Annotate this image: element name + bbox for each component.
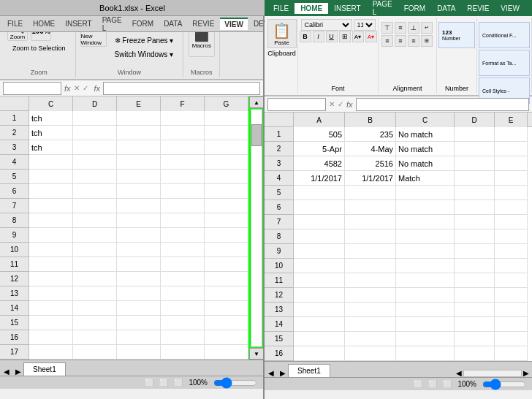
right-cell-b13[interactable]: [345, 303, 396, 317]
right-formula-input[interactable]: [356, 98, 529, 111]
cell-f2[interactable]: [161, 126, 205, 140]
cell-c1[interactable]: tch: [29, 111, 73, 126]
left-cell-d14[interactable]: [73, 301, 117, 316]
left-tab-home[interactable]: HOME: [28, 18, 59, 29]
right-cell-e8[interactable]: [495, 229, 528, 244]
cross-icon-right[interactable]: ✕: [329, 100, 335, 108]
cell-f1[interactable]: [161, 111, 205, 126]
right-cell-c4[interactable]: Match: [396, 171, 455, 186]
left-cell-g14[interactable]: [205, 301, 248, 316]
left-tab-data[interactable]: DATA: [159, 18, 186, 29]
right-col-header-d[interactable]: D: [455, 113, 495, 127]
align-right-button[interactable]: ≡: [408, 35, 419, 47]
cell-d1[interactable]: [73, 111, 117, 126]
col-header-c[interactable]: C: [29, 96, 73, 111]
align-left-button[interactable]: ≡: [381, 35, 393, 47]
left-cell-e7[interactable]: [117, 199, 161, 213]
left-cell-g17[interactable]: [205, 345, 248, 360]
right-cell-c10[interactable]: [396, 259, 455, 273]
left-cell-f8[interactable]: [161, 213, 205, 228]
check-icon-right[interactable]: ✓: [338, 100, 343, 108]
right-cell-d14[interactable]: [455, 317, 495, 332]
right-cell-c14[interactable]: [396, 317, 455, 332]
right-tab-home[interactable]: HOME: [294, 3, 328, 14]
font-size-select[interactable]: 11: [354, 19, 376, 31]
right-cell-a8[interactable]: [294, 229, 345, 244]
left-cell-d10[interactable]: [73, 243, 117, 257]
right-cell-d11[interactable]: [455, 273, 495, 288]
align-top-button[interactable]: ⊤: [381, 22, 393, 34]
right-cell-a15[interactable]: [294, 332, 345, 346]
left-cell-d7[interactable]: [73, 199, 117, 213]
right-cell-d4[interactable]: [455, 171, 495, 186]
right-cell-c1[interactable]: No match: [396, 127, 455, 142]
cell-e1[interactable]: [117, 111, 161, 126]
right-col-header-e[interactable]: E: [495, 113, 528, 127]
cell-g1[interactable]: [205, 111, 248, 126]
right-tab-scroll-left[interactable]: ◀: [266, 369, 276, 377]
right-cell-d15[interactable]: [455, 332, 495, 346]
switch-windows-button[interactable]: Switch Windows ▾: [110, 48, 179, 61]
fill-color-button[interactable]: A▾: [352, 31, 364, 42]
right-cell-e2[interactable]: [495, 142, 528, 156]
right-cell-a7[interactable]: [294, 215, 345, 229]
cell-g4[interactable]: [205, 155, 248, 170]
left-cell-g15[interactable]: [205, 316, 248, 330]
left-cell-c6[interactable]: [29, 184, 73, 199]
tab-scroll-left-icon[interactable]: ◀: [1, 368, 12, 376]
left-cell-c17[interactable]: [29, 345, 73, 360]
scroll-up-arrow[interactable]: ▲: [249, 96, 263, 108]
right-tab-scroll-right[interactable]: ▶: [278, 369, 288, 377]
left-cell-f14[interactable]: [161, 301, 205, 316]
left-tab-file[interactable]: FILE: [3, 18, 27, 29]
left-cell-f9[interactable]: [161, 228, 205, 243]
freeze-panes-button[interactable]: ❄ Freeze Panes ▾: [110, 34, 179, 47]
cell-d3[interactable]: [73, 140, 117, 155]
fx-btn-left[interactable]: fx: [94, 84, 101, 93]
right-page-layout-icon[interactable]: ⬜: [428, 380, 437, 388]
left-cell-d17[interactable]: [73, 345, 117, 360]
page-break-icon[interactable]: ⬜: [174, 379, 183, 387]
format-as-table-button[interactable]: Format as Ta...: [479, 50, 530, 76]
right-tab-insert[interactable]: INSERT: [328, 3, 367, 14]
align-bottom-button[interactable]: ⊥: [408, 22, 419, 34]
left-cell-g8[interactable]: [205, 213, 248, 228]
font-color-button[interactable]: A▾: [365, 31, 377, 42]
right-cell-e15[interactable]: [495, 332, 528, 346]
right-cell-c13[interactable]: [396, 303, 455, 317]
zoom-to-selection-button[interactable]: Zoom to Selection: [7, 42, 71, 54]
left-cell-d9[interactable]: [73, 228, 117, 243]
left-cell-f17[interactable]: [161, 345, 205, 360]
right-cell-c9[interactable]: [396, 244, 455, 259]
left-formula-input[interactable]: [103, 82, 260, 95]
left-cell-f6[interactable]: [161, 184, 205, 199]
right-cell-b16[interactable]: [345, 346, 396, 361]
cell-e4[interactable]: [117, 155, 161, 170]
right-cell-b1[interactable]: 235: [345, 127, 396, 142]
left-cell-e8[interactable]: [117, 213, 161, 228]
left-cell-d12[interactable]: [73, 272, 117, 286]
cell-d2[interactable]: [73, 126, 117, 140]
number-button[interactable]: 123 Number: [438, 22, 475, 48]
left-cell-e17[interactable]: [117, 345, 161, 360]
right-cell-e7[interactable]: [495, 215, 528, 229]
left-cell-e14[interactable]: [117, 301, 161, 316]
left-cell-c5[interactable]: [29, 170, 73, 184]
right-cell-e11[interactable]: [495, 273, 528, 288]
left-tab-pagel[interactable]: PAGE L: [98, 15, 126, 34]
right-cell-e1[interactable]: [495, 127, 528, 142]
left-name-box[interactable]: [3, 82, 61, 95]
cell-g2[interactable]: [205, 126, 248, 140]
right-cell-e10[interactable]: [495, 259, 528, 273]
right-cell-c15[interactable]: [396, 332, 455, 346]
right-cell-d8[interactable]: [455, 229, 495, 244]
right-cell-c6[interactable]: [396, 200, 455, 215]
cell-e2[interactable]: [117, 126, 161, 140]
left-cell-e6[interactable]: [117, 184, 161, 199]
right-col-header-c[interactable]: C: [396, 113, 455, 127]
right-h-scrollbar[interactable]: [463, 370, 522, 377]
left-cell-e13[interactable]: [117, 286, 161, 301]
left-tab-insert[interactable]: INSERT: [61, 18, 96, 29]
right-tab-form[interactable]: FORM: [398, 3, 431, 14]
right-col-header-a[interactable]: A: [294, 113, 345, 127]
